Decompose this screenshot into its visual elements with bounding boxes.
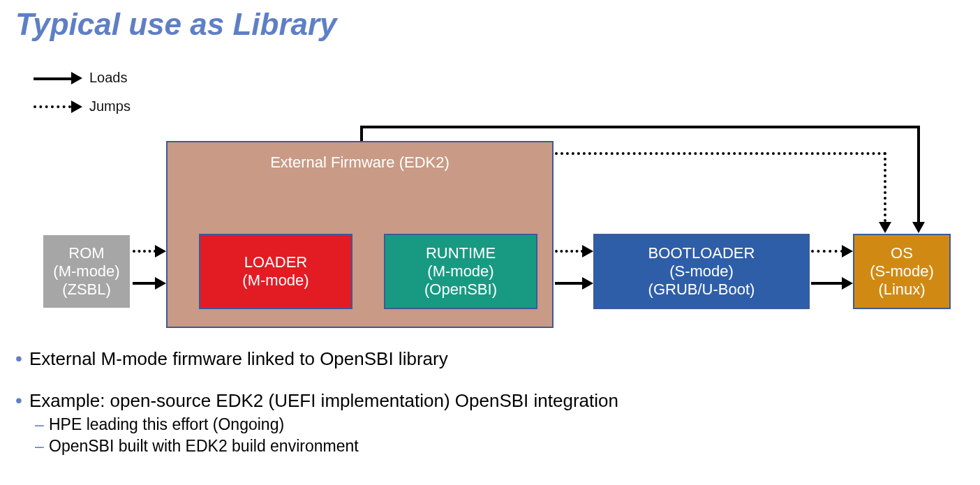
boot-to-os-load-head — [842, 277, 853, 290]
rom-to-fw-jump-head — [155, 245, 166, 258]
fw-to-os-load-head — [912, 222, 925, 233]
fw-to-os-jump-horz — [555, 152, 886, 155]
legend-jumps-row: Jumps — [34, 98, 131, 114]
fw-to-boot-jump-arrow — [555, 250, 584, 253]
bullet-2-sub-1: –HPE leading this effort (Ongoing) — [35, 414, 618, 435]
fw-to-os-load-horz — [360, 126, 920, 128]
bullet-2: •Example: open-source EDK2 (UEFI impleme… — [15, 387, 618, 414]
legend-jumps-arrow — [34, 101, 82, 112]
rom-to-fw-load-arrow — [133, 282, 156, 285]
legend-loads-arrow — [34, 73, 82, 84]
external-firmware-label: External Firmware (EDK2) — [166, 154, 554, 172]
boot-to-os-load-arrow — [811, 282, 843, 285]
legend: Loads Jumps — [34, 70, 131, 127]
fw-to-boot-load-head — [582, 277, 593, 290]
os-box: OS (S-mode) (Linux) — [853, 234, 951, 309]
boot-to-os-jump-head — [842, 245, 853, 258]
bullet-2-sub-2: –OpenSBI built with EDK2 build environme… — [35, 435, 618, 457]
legend-loads-label: Loads — [89, 70, 128, 86]
runtime-box: RUNTIME (M-mode) (OpenSBI) — [384, 234, 537, 309]
slide-title: Typical use as Library — [15, 7, 337, 42]
fw-to-boot-load-arrow — [555, 282, 584, 285]
fw-to-os-jump-vert — [884, 152, 886, 222]
fw-to-boot-jump-head — [582, 245, 593, 258]
legend-jumps-label: Jumps — [89, 98, 131, 114]
bullet-1: •External M-mode firmware linked to Open… — [15, 345, 618, 372]
boot-to-os-jump-arrow — [811, 250, 843, 253]
fw-to-os-jump-head — [879, 222, 891, 233]
rom-to-fw-jump-arrow — [133, 250, 156, 253]
bootloader-box: BOOTLOADER (S-mode) (GRUB/U-Boot) — [593, 234, 810, 309]
bullet-list: •External M-mode firmware linked to Open… — [15, 345, 618, 457]
fw-to-os-load-vert-down — [917, 126, 920, 223]
rom-to-fw-load-head — [155, 277, 166, 290]
legend-loads-row: Loads — [34, 70, 131, 86]
rom-box: ROM (M-mode) (ZSBL) — [42, 234, 131, 309]
loader-box: LOADER (M-mode) — [199, 234, 352, 309]
